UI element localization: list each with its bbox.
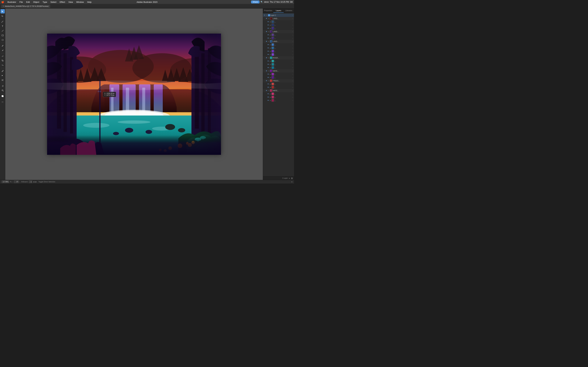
layer-eye[interactable]: 👁 bbox=[267, 73, 269, 75]
layer-eye[interactable]: 👁 bbox=[265, 17, 268, 20]
lock-btn[interactable]: ○ bbox=[292, 83, 294, 85]
gradient-tool[interactable] bbox=[0, 73, 5, 78]
lock-btn[interactable]: ○ bbox=[292, 47, 294, 49]
expand-btn[interactable]: ▶ bbox=[269, 73, 271, 75]
expand-btn[interactable]: ▶ bbox=[269, 37, 271, 39]
lock-btn[interactable]: ○ bbox=[292, 44, 294, 46]
lock-btn[interactable]: ○ bbox=[292, 17, 294, 19]
eyedropper-tool[interactable] bbox=[0, 69, 5, 73]
hand-tool[interactable] bbox=[0, 84, 5, 88]
rotate-tool[interactable] bbox=[0, 54, 5, 58]
expand-btn[interactable]: ▶ bbox=[269, 93, 271, 95]
layer-group-river[interactable]: 👁 ▼ RIVER... ○ bbox=[263, 56, 294, 59]
expand-btn[interactable]: ▶ bbox=[269, 24, 271, 26]
expand-btn[interactable]: ▶ bbox=[269, 96, 271, 98]
layer-eye[interactable]: 👁 bbox=[267, 60, 269, 62]
expand-btn[interactable]: ▶ bbox=[269, 67, 271, 69]
rectangle-tool[interactable] bbox=[0, 33, 5, 38]
expand-btn[interactable]: ▶ bbox=[269, 44, 271, 46]
scissors-tool[interactable] bbox=[0, 78, 5, 82]
layer-eye[interactable]: 👁 bbox=[267, 21, 269, 23]
layer-group-water1[interactable]: 👁 ▼ WATE... ○ bbox=[263, 69, 294, 73]
layer-eye[interactable]: 👁 bbox=[265, 40, 268, 43]
lock-btn[interactable]: ○ bbox=[292, 76, 294, 78]
layer-item[interactable]: 👁 ▶ ... ○ bbox=[263, 76, 294, 79]
layer-eye[interactable]: 👁 bbox=[267, 99, 269, 101]
lock-btn[interactable]: ○ bbox=[292, 60, 294, 62]
layer-expand-btn[interactable]: ▼ bbox=[266, 14, 268, 17]
layer-eye[interactable]: 👁 bbox=[267, 44, 269, 46]
lock-btn[interactable]: ○ bbox=[292, 54, 294, 56]
share-button[interactable]: Share bbox=[251, 0, 259, 3]
layer-item[interactable]: 👁 ▶ ... ○ bbox=[263, 53, 294, 56]
layer-item[interactable]: 👁 ▶ ... ○ bbox=[263, 43, 294, 46]
artboard-input[interactable] bbox=[29, 181, 32, 183]
tab-layers[interactable]: Layers bbox=[273, 8, 284, 13]
layer-eye[interactable]: 👁 bbox=[267, 86, 269, 88]
layer-group-land3[interactable]: 👁 ▼ LAND... ○ bbox=[263, 40, 294, 43]
menu-illustrator[interactable]: Illustrator bbox=[6, 0, 17, 4]
search-icon[interactable]: 🔍 bbox=[260, 1, 263, 3]
lock-btn[interactable]: ○ bbox=[292, 73, 294, 75]
expand-btn[interactable]: ▶ bbox=[269, 63, 271, 66]
lock-btn[interactable]: ○ bbox=[292, 90, 294, 92]
expand-btn[interactable]: ▼ bbox=[268, 17, 269, 20]
type-tool[interactable]: T bbox=[0, 24, 5, 28]
layer-item[interactable]: 👁 ▶ ... ○ bbox=[263, 86, 294, 89]
line-tool[interactable] bbox=[0, 29, 5, 33]
document-tab[interactable]: ✕ AdobeStock_444686758.ai @ 17.78 % (RGB… bbox=[1, 5, 50, 8]
expand-btn[interactable]: ▼ bbox=[268, 40, 269, 43]
expand-btn[interactable]: ▶ bbox=[269, 60, 271, 62]
layer-eye[interactable]: 👁 bbox=[267, 53, 269, 56]
expand-btn[interactable]: ▼ bbox=[268, 31, 269, 33]
layer-eye[interactable]: 👁 bbox=[267, 67, 269, 69]
layer-visibility-toggle[interactable]: 👁 bbox=[263, 14, 266, 17]
layer-item[interactable]: 👁 ▶ ... ○ bbox=[263, 83, 294, 86]
lock-btn[interactable]: ○ bbox=[292, 27, 294, 29]
menu-edit[interactable]: Edit bbox=[25, 0, 31, 4]
delete-layer-btn[interactable]: 🗑 bbox=[291, 177, 293, 179]
menu-help[interactable]: Help bbox=[86, 0, 93, 4]
apple-menu[interactable]: 🍎 bbox=[1, 1, 4, 3]
layer-eye[interactable]: 👁 bbox=[267, 76, 269, 79]
layer-item[interactable]: 👁 ▶ ... ○ bbox=[263, 46, 294, 50]
layer-main[interactable]: 👁 ▼ Layer 1 ○ bbox=[263, 14, 294, 17]
lock-btn[interactable]: ○ bbox=[292, 63, 294, 65]
lock-btn[interactable]: ○ bbox=[292, 86, 294, 88]
layer-item[interactable]: 👁 ▶ ... ○ bbox=[263, 66, 294, 69]
expand-btn[interactable]: ▶ bbox=[269, 50, 271, 52]
menu-file[interactable]: File bbox=[18, 0, 24, 4]
menu-effect[interactable]: Effect bbox=[58, 0, 66, 4]
lock-btn[interactable]: ○ bbox=[292, 34, 294, 36]
expand-btn[interactable]: ▶ bbox=[269, 34, 271, 36]
layer-item[interactable]: 👁 ▶ ... ○ bbox=[263, 59, 294, 63]
layer-item[interactable]: 👁 ▶ ... ○ bbox=[263, 27, 294, 30]
layer-eye[interactable]: 👁 bbox=[267, 24, 269, 26]
layer-item[interactable]: 👁 ▶ ... ○ bbox=[263, 73, 294, 76]
layer-eye[interactable]: 👁 bbox=[265, 31, 268, 33]
expand-btn[interactable]: ▶ bbox=[269, 21, 271, 23]
lock-btn[interactable]: ○ bbox=[292, 21, 294, 23]
lock-btn[interactable]: ○ bbox=[292, 57, 294, 59]
layer-lock-btn[interactable]: ○ bbox=[292, 14, 294, 16]
menu-window[interactable]: Window bbox=[75, 0, 85, 4]
layer-item[interactable]: 👁 ▶ ... ○ bbox=[263, 92, 294, 96]
pencil-tool[interactable] bbox=[0, 48, 5, 52]
menu-select[interactable]: Select bbox=[49, 0, 58, 4]
lock-btn[interactable]: ○ bbox=[292, 31, 294, 33]
layer-eye[interactable]: 👁 bbox=[265, 90, 268, 92]
layer-item[interactable]: 👁 ▶ ... ○ bbox=[263, 96, 294, 99]
nav-next[interactable]: ▶ bbox=[35, 181, 37, 183]
expand-btn[interactable]: ▶ bbox=[269, 99, 271, 101]
rotation-input[interactable] bbox=[14, 181, 19, 183]
layer-eye[interactable]: 👁 bbox=[267, 50, 269, 52]
layer-eye[interactable]: 👁 bbox=[267, 96, 269, 98]
ellipse-tool[interactable] bbox=[0, 38, 5, 42]
lock-btn[interactable]: ○ bbox=[292, 80, 294, 82]
layer-group-land2[interactable]: 👁 ▼ LAND... ○ bbox=[263, 30, 294, 33]
layer-eye[interactable]: 👁 bbox=[267, 37, 269, 39]
lock-btn[interactable]: ○ bbox=[292, 70, 294, 72]
lock-btn[interactable]: ○ bbox=[292, 100, 294, 101]
nav-prev[interactable]: ◀ bbox=[33, 181, 35, 183]
warp-tool[interactable] bbox=[0, 63, 5, 67]
